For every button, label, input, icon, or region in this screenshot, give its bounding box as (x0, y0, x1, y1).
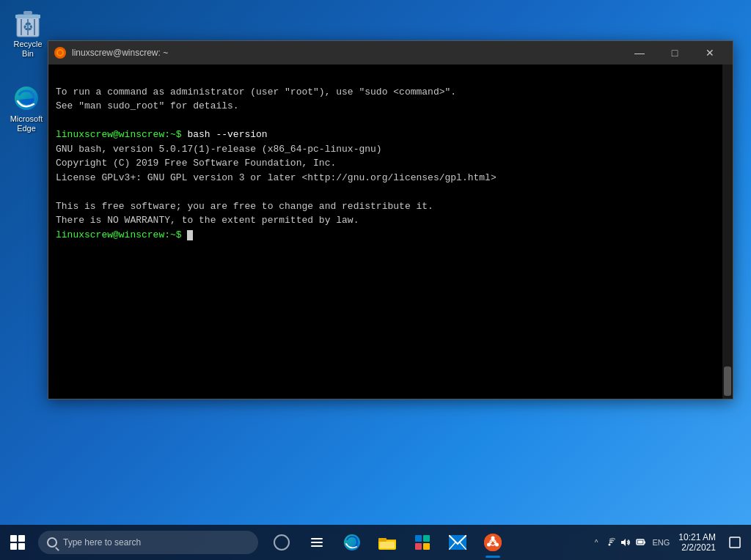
recycle-bin-label: Recycle Bin (9, 40, 47, 59)
terminal-line-4: Copyright (C) 2019 Free Software Foundat… (56, 158, 336, 169)
taskbar: Type here to search (0, 525, 751, 560)
tray-datetime[interactable]: 10:21 AM 2/2/2021 (673, 532, 722, 553)
start-icon-q4 (18, 543, 25, 550)
system-tray: ^ (592, 525, 751, 560)
svg-rect-11 (378, 539, 396, 540)
tray-date: 2/2/2021 (681, 542, 716, 553)
taskbar-apps (264, 525, 510, 560)
terminal-window: linuxscrew@winscrew: ~ — □ ✕ To run a co… (48, 40, 733, 399)
start-icon-q2 (18, 535, 25, 542)
taskbar-search[interactable]: Type here to search (38, 531, 258, 554)
terminal-scrollbar-thumb[interactable] (724, 366, 731, 396)
start-icon (10, 535, 25, 550)
taskbar-app-mail[interactable] (440, 525, 475, 560)
taskbar-app-ubuntu[interactable] (475, 525, 510, 560)
power-icon (636, 537, 646, 548)
terminal-scrollbar[interactable] (722, 65, 733, 399)
task-view-bar-3 (311, 545, 323, 547)
svg-rect-13 (415, 535, 422, 542)
cortana-icon (274, 534, 290, 550)
start-button[interactable] (0, 525, 35, 560)
desktop-icon-recycle-bin[interactable]: ♻ Recycle Bin (6, 6, 50, 62)
svg-rect-30 (638, 541, 643, 544)
search-placeholder: Type here to search (63, 537, 141, 548)
terminal-line-2: See "man sudo_root" for details. (56, 100, 239, 111)
terminal-line-3: GNU bash, version 5.0.17(1)-release (x86… (56, 144, 382, 155)
svg-rect-15 (415, 543, 422, 550)
edge-desktop-icon (12, 84, 41, 113)
taskbar-app-edge[interactable] (334, 525, 370, 560)
svg-rect-1 (15, 15, 40, 18)
maximize-button[interactable]: □ (658, 41, 692, 65)
terminal-content: To run a command as administrator (user … (56, 70, 725, 257)
svg-text:♻: ♻ (23, 21, 33, 33)
notification-button[interactable] (722, 525, 748, 560)
search-icon (47, 537, 57, 548)
taskbar-app-cortana[interactable] (264, 525, 299, 560)
tray-icons[interactable] (601, 537, 649, 548)
edge-icon (343, 534, 361, 551)
close-button[interactable]: ✕ (693, 41, 727, 65)
task-view-icon (311, 538, 323, 547)
start-icon-q3 (10, 543, 17, 550)
desktop: ♻ Recycle Bin (0, 0, 751, 560)
terminal-line-5: License GPLv3+: GNU GPL version 3 or lat… (56, 172, 497, 183)
store-icon (414, 534, 431, 550)
taskbar-app-task-view[interactable] (299, 525, 334, 560)
terminal-prompt-1: linuxscrew@winscrew:~$ (56, 129, 187, 140)
task-view-bar-1 (311, 538, 323, 539)
ubuntu-icon (484, 534, 502, 551)
terminal-cursor (187, 230, 193, 240)
terminal-line-6: This is free software; you are free to c… (56, 201, 433, 212)
terminal-title: linuxscrew@winscrew: ~ (72, 48, 623, 58)
edge-label: Microsoft Edge (7, 114, 45, 133)
file-explorer-icon (378, 534, 396, 550)
tray-chevron[interactable]: ^ (592, 539, 601, 547)
terminal-app-icon (54, 47, 66, 59)
terminal-prompt-2: linuxscrew@winscrew:~$ (56, 229, 187, 240)
svg-point-27 (609, 544, 611, 546)
task-view-bar-2 (311, 542, 323, 543)
tray-language[interactable]: ENG (649, 538, 673, 547)
terminal-controls: — □ ✕ (623, 41, 727, 65)
taskbar-app-file-explorer[interactable] (370, 525, 405, 560)
minimize-button[interactable]: — (623, 41, 656, 65)
svg-rect-2 (23, 11, 32, 15)
recycle-bin-icon: ♻ (13, 9, 43, 38)
volume-icon (620, 537, 631, 548)
svg-rect-12 (380, 542, 395, 548)
notification-icon (729, 537, 741, 548)
terminal-titlebar: linuxscrew@winscrew: ~ — □ ✕ (48, 41, 733, 65)
start-icon-q1 (10, 535, 17, 542)
taskbar-app-store[interactable] (405, 525, 440, 560)
mail-icon (449, 535, 466, 550)
terminal-line-1: To run a command as administrator (user … (56, 86, 456, 97)
network-icon (604, 537, 615, 548)
svg-rect-31 (730, 537, 740, 548)
svg-rect-14 (423, 535, 430, 542)
terminal-cmd-1: bash --version (187, 129, 267, 140)
desktop-icon-edge[interactable]: Microsoft Edge (4, 81, 48, 136)
terminal-body[interactable]: To run a command as administrator (user … (48, 65, 733, 399)
tray-time: 10:21 AM (678, 532, 716, 542)
svg-rect-16 (423, 543, 430, 550)
terminal-line-7: There is NO WARRANTY, to the extent perm… (56, 215, 359, 226)
svg-rect-29 (644, 542, 645, 544)
